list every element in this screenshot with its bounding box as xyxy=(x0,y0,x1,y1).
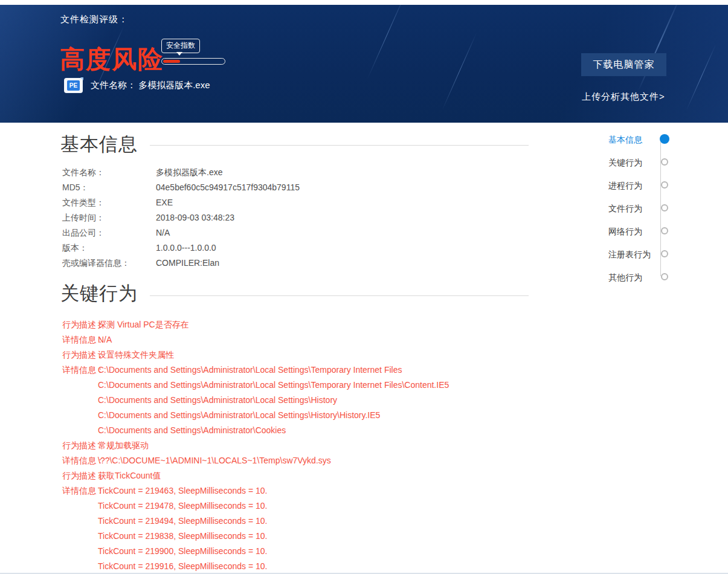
nav-item[interactable]: 关键行为 xyxy=(608,157,681,169)
behavior-row: TickCount = 219900, SleepMilliseconds = … xyxy=(60,544,538,559)
nav-dot-icon xyxy=(660,134,669,144)
nav-item[interactable]: 网络行为 xyxy=(608,226,681,238)
behavior-row-text: TickCount = 219463, SleepMilliseconds = … xyxy=(98,486,267,495)
decorative-streak xyxy=(686,44,717,111)
behavior-row: TickCount = 219916, SleepMilliseconds = … xyxy=(60,559,538,574)
info-row: MD5： 04e5bef60c5c94917c517f9304b79115 xyxy=(60,180,532,195)
nav-item-label[interactable]: 其他行为 xyxy=(608,272,642,282)
behavior-row-text: 探测 Virtual PC是否存在 xyxy=(98,320,189,329)
gauge-fill xyxy=(163,60,180,63)
info-row-label: MD5： xyxy=(62,180,89,195)
info-row-label: 文件类型： xyxy=(62,195,105,210)
decorative-streak xyxy=(367,5,407,79)
report-header-banner: 文件检测评级： 高度风险 安全指数 PE 文件名称： 多模拟器版本.exe 下载… xyxy=(0,5,728,123)
info-row-value: 2018-09-03 03:48:23 xyxy=(156,213,234,222)
behavior-row-text: TickCount = 219478, SleepMilliseconds = … xyxy=(98,501,267,511)
behavior-row: TickCount = 219838, SleepMilliseconds = … xyxy=(60,529,538,544)
info-row-value: 多模拟器版本.exe xyxy=(156,167,222,177)
nav-item[interactable]: 其他行为 xyxy=(608,272,681,284)
file-name-text: 文件名称： 多模拟器版本.exe xyxy=(91,80,210,91)
nav-item-label[interactable]: 进程行为 xyxy=(608,181,642,190)
behavior-row: TickCount = 219494, SleepMilliseconds = … xyxy=(60,514,538,529)
info-row-label: 壳或编译器信息： xyxy=(62,256,130,271)
key-behavior-list: 行为描述： 探测 Virtual PC是否存在 详情信息： N/A 行为描述： … xyxy=(60,317,538,574)
info-row: 上传时间： 2018-09-03 03:48:23 xyxy=(60,210,532,225)
decorative-streak xyxy=(638,5,681,91)
security-index-badge: 安全指数 xyxy=(161,39,200,53)
info-row: 版本： 1.0.0.0---1.0.0.0 xyxy=(60,240,532,256)
key-behavior-section-title: 关键行为 xyxy=(60,281,138,306)
behavior-row-label: 行为描述： xyxy=(62,438,105,453)
security-index-gauge: 安全指数 xyxy=(161,39,228,53)
behavior-row-text: 设置特殊文件夹属性 xyxy=(98,350,174,360)
info-row-value: EXE xyxy=(156,198,173,207)
behavior-row-text: TickCount = 219916, SleepMilliseconds = … xyxy=(98,561,267,571)
behavior-row: C:\Documents and Settings\Administrator\… xyxy=(60,393,538,408)
nav-item[interactable]: 进程行为 xyxy=(608,180,681,192)
security-index-bar xyxy=(161,58,225,65)
behavior-row-text: C:\Documents and Settings\Administrator\… xyxy=(98,425,286,435)
behavior-row: 行为描述： 常规加载驱动 xyxy=(60,438,538,453)
rating-label: 文件检测评级： xyxy=(60,14,128,25)
info-row-label: 出品公司： xyxy=(62,225,105,240)
behavior-row-label: 详情信息： xyxy=(62,483,105,498)
info-row-value: 04e5bef60c5c94917c517f9304b79115 xyxy=(156,182,300,192)
behavior-row-text: 常规加载驱动 xyxy=(98,440,149,450)
basic-info-list: 文件名称： 多模拟器版本.exe MD5： 04e5bef60c5c94917c… xyxy=(60,165,532,271)
behavior-row: TickCount = 219478, SleepMilliseconds = … xyxy=(60,498,538,514)
nav-item-label[interactable]: 网络行为 xyxy=(608,227,642,236)
behavior-row-text: TickCount = 219900, SleepMilliseconds = … xyxy=(98,546,267,556)
basic-info-section-title: 基本信息 xyxy=(60,132,138,157)
section-divider xyxy=(150,295,529,296)
pe-file-icon-page: PE xyxy=(67,80,80,91)
info-row-label: 上传时间： xyxy=(62,210,105,225)
nav-item-label[interactable]: 注册表行为 xyxy=(608,250,651,259)
badge-pointer-icon xyxy=(176,52,182,56)
behavior-row: C:\Documents and Settings\Administrator\… xyxy=(60,378,538,393)
nav-item-label[interactable]: 文件行为 xyxy=(608,204,642,213)
behavior-row-text: TickCount = 219838, SleepMilliseconds = … xyxy=(98,531,267,541)
behavior-row: 详情信息： \??\C:\DOCUME~1\ADMINI~1\LOCALS~1\… xyxy=(60,453,538,468)
scanned-file-row: PE 文件名称： 多模拟器版本.exe xyxy=(64,77,210,93)
behavior-row: 行为描述： 获取TickCount值 xyxy=(60,468,538,483)
nav-dot-icon xyxy=(661,273,668,280)
nav-item[interactable]: 文件行为 xyxy=(608,203,681,215)
report-content: 基本信息 文件名称： 多模拟器版本.exe MD5： 04e5bef60c5c9… xyxy=(0,123,728,573)
behavior-row-label: 详情信息： xyxy=(62,363,105,378)
file-name-value: 多模拟器版本.exe xyxy=(138,80,210,90)
top-margin-strip xyxy=(0,0,728,5)
section-divider xyxy=(150,145,529,146)
behavior-row-text: TickCount = 219494, SleepMilliseconds = … xyxy=(98,516,267,526)
behavior-row-text: C:\Documents and Settings\Administrator\… xyxy=(98,410,380,420)
info-row: 壳或编译器信息： COMPILER:Elan xyxy=(60,256,532,271)
decorative-streak xyxy=(442,33,477,110)
behavior-row-text: 获取TickCount值 xyxy=(98,471,161,480)
behavior-row: C:\Documents and Settings\Administrator\… xyxy=(60,423,538,438)
info-row-value: COMPILER:Elan xyxy=(156,258,219,268)
nav-dot-icon xyxy=(661,158,668,166)
behavior-row-label: 详情信息： xyxy=(62,453,105,468)
info-row-label: 文件名称： xyxy=(62,165,105,180)
behavior-row: 详情信息： TickCount = 219463, SleepMilliseco… xyxy=(60,483,538,498)
upload-other-file-link[interactable]: 上传分析其他文件> xyxy=(582,91,665,103)
risk-level-title: 高度风险 xyxy=(60,46,164,73)
behavior-row-label: 行为描述： xyxy=(62,347,105,363)
behavior-row: 详情信息： C:\Documents and Settings\Administ… xyxy=(60,363,538,378)
nav-item[interactable]: 基本信息 xyxy=(608,134,681,146)
info-row-value: N/A xyxy=(156,228,170,237)
nav-item-label[interactable]: 关键行为 xyxy=(608,158,642,167)
behavior-row-label: 行为描述： xyxy=(62,468,105,483)
behavior-row-label: 详情信息： xyxy=(62,332,105,347)
behavior-row: C:\Documents and Settings\Administrator\… xyxy=(60,408,538,423)
nav-dot-icon xyxy=(661,250,668,257)
behavior-row-label: 行为描述： xyxy=(62,317,105,332)
file-name-label: 文件名称： xyxy=(91,80,136,90)
download-pc-manager-button[interactable]: 下载电脑管家 xyxy=(581,53,666,76)
nav-item[interactable]: 注册表行为 xyxy=(608,249,681,261)
behavior-row: 行为描述： 探测 Virtual PC是否存在 xyxy=(60,317,538,332)
nav-item-label[interactable]: 基本信息 xyxy=(608,135,642,144)
info-row-label: 版本： xyxy=(62,240,88,256)
behavior-row: 详情信息： N/A xyxy=(60,332,538,347)
pe-file-icon-fold xyxy=(80,77,83,80)
nav-dot-icon xyxy=(661,204,668,211)
